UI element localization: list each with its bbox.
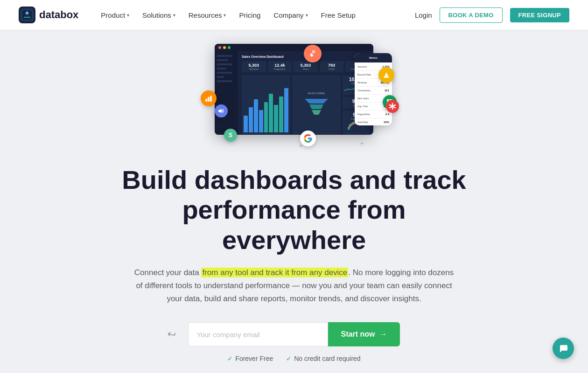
svg-rect-15 [205, 99, 207, 102]
hero-section: + + + + [0, 30, 588, 373]
analytics-icon [378, 67, 394, 83]
chat-bubble-button[interactable] [553, 338, 574, 359]
mobile-row: Pages/Sess. 3.4 [357, 112, 390, 117]
chevron-down-icon: ▾ [224, 13, 226, 18]
main-dashboard-screen: Sales Overview Dashboard 5,303 Sessions … [215, 44, 373, 135]
funnel-chart: SALES FUNNEL [292, 75, 341, 134]
svg-rect-4 [24, 17, 30, 18]
svg-marker-7 [312, 110, 321, 115]
logo-icon [19, 7, 35, 23]
svg-rect-18 [218, 110, 219, 112]
mobile-topbar: Metrics [355, 53, 392, 62]
arrow-right-icon: → [379, 330, 387, 338]
metric-pageviews: 12.4k Pageviews [268, 61, 292, 72]
nav-actions: Login BOOK A DEMO FREE SIGNUP [415, 7, 569, 23]
asterisk-icon [386, 100, 399, 113]
svg-marker-6 [309, 104, 323, 109]
window-maximize-dot [228, 46, 231, 49]
cta-badges: ✓ Forever Free ✓ No credit card required [227, 355, 360, 362]
svg-marker-10 [384, 72, 389, 78]
nav-company[interactable]: Company ▾ [268, 7, 313, 23]
nav-solutions[interactable]: Solutions ▾ [137, 7, 181, 23]
segment-icon: S [224, 129, 237, 142]
chat-icon [558, 343, 568, 353]
metric-sessions: 5,303 Sessions [242, 61, 266, 72]
dashboard-content: Sales Overview Dashboard 5,303 Sessions … [215, 51, 373, 135]
window-minimize-dot [223, 46, 226, 49]
login-button[interactable]: Login [415, 11, 432, 19]
metric-goals: 793 Goals [320, 61, 344, 72]
dashboard-illustration: + + + + [187, 44, 401, 151]
window-close-dot [218, 46, 221, 49]
highlighted-text: from any tool and track it from any devi… [201, 268, 348, 277]
divider [357, 86, 390, 87]
metrics-row: 5,303 Sessions 12.4k Pageviews 5,303 Use… [242, 61, 370, 72]
mobile-row: Conversions 321 [357, 88, 390, 93]
dashboard-topbar [215, 44, 373, 51]
chevron-down-icon: ▾ [173, 13, 175, 18]
dashboard-main-area: Sales Overview Dashboard 5,303 Sessions … [238, 51, 373, 135]
chevron-down-icon: ▾ [306, 13, 308, 18]
svg-point-9 [313, 51, 315, 53]
free-signup-button[interactable]: FREE SIGNUP [510, 8, 569, 22]
dashboard-sidebar [215, 51, 238, 135]
mobile-screen: Metrics Sessions 1,234 Bounce Rate 42% R… [355, 53, 392, 125]
bar-chart [242, 75, 290, 134]
megaphone-icon [215, 104, 228, 117]
metric-users: 5,303 Users [294, 61, 318, 72]
bottom-row: SALES FUNNEL 18,879 Revenue [242, 75, 370, 134]
start-now-button[interactable]: Start now → [328, 322, 400, 346]
divider [357, 110, 390, 111]
hero-subtext: Connect your data from any tool and trac… [131, 266, 457, 305]
google-icon [300, 131, 316, 146]
svg-rect-17 [210, 96, 212, 102]
check-icon: ✓ [286, 355, 292, 362]
nav-free-setup[interactable]: Free Setup [315, 7, 361, 23]
orange-chart-icon [201, 90, 217, 106]
nav-pricing[interactable]: Pricing [233, 7, 266, 23]
logo-text: databox [39, 9, 78, 21]
check-icon: ✓ [227, 355, 233, 362]
chevron-down-icon: ▾ [127, 13, 129, 18]
plus-decoration: + [360, 139, 364, 148]
hero-headline: Build dashboards and track performance f… [112, 165, 476, 255]
svg-marker-5 [305, 99, 328, 104]
nav-product[interactable]: Product ▾ [95, 7, 135, 23]
svg-rect-16 [208, 97, 210, 102]
funnel-svg [302, 97, 330, 117]
nav-resources[interactable]: Resources ▾ [183, 7, 232, 23]
book-demo-button[interactable]: BOOK A DEMO [440, 7, 503, 23]
nav-links: Product ▾ Solutions ▾ Resources ▾ Pricin… [95, 7, 415, 23]
hubspot-icon [304, 45, 322, 62]
email-input[interactable] [188, 322, 328, 346]
dashboard-title: Sales Overview Dashboard [242, 55, 284, 58]
forever-free-badge: ✓ Forever Free [227, 355, 273, 362]
navbar: databox Product ▾ Solutions ▾ Resources … [0, 0, 588, 30]
logo[interactable]: databox [19, 7, 78, 23]
divider [357, 94, 390, 95]
divider [357, 118, 390, 118]
cta-form: ↩ Start now → [188, 322, 400, 346]
mobile-row: Goal Rate 18% [357, 120, 390, 124]
arrow-decoration: ↩ [166, 328, 177, 342]
no-credit-card-badge: ✓ No credit card required [286, 355, 360, 362]
